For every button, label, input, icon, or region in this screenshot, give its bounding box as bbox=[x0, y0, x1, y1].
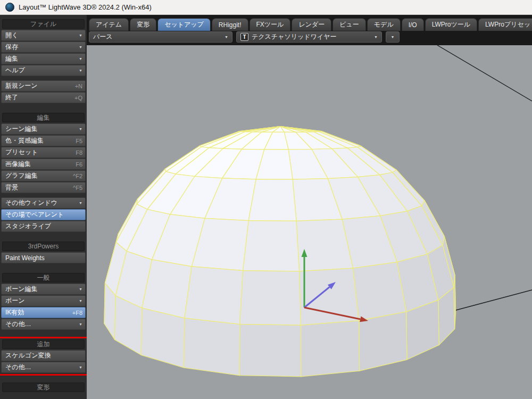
viewport-toolbar: パース ▼ T テクスチャソリッドワイヤー ▼ ▼ bbox=[87, 31, 532, 45]
menu-item-label: ボーン bbox=[5, 296, 77, 305]
tab[interactable]: モデル bbox=[367, 18, 401, 31]
chevron-down-icon: ▼ bbox=[79, 299, 82, 303]
chevron-down-icon: ▼ bbox=[79, 127, 82, 131]
view-mode-label: パース bbox=[93, 32, 113, 41]
sidebar-section: 一般ボーン編集▼ボーン▼IK有効+F8その他…▼ bbox=[1, 273, 86, 330]
shading-mode-select[interactable]: T テクスチャソリッドワイヤー ▼ bbox=[236, 31, 382, 43]
menu-item[interactable]: その他ウィンドウ▼ bbox=[1, 197, 86, 209]
shortcut-label: +N bbox=[75, 83, 82, 89]
menu-item-label: 新規シーン bbox=[5, 81, 73, 90]
menu-item-label: その他… bbox=[5, 320, 77, 329]
menu-item[interactable]: スケルゴン変換 bbox=[1, 350, 86, 361]
chevron-down-icon: ▼ bbox=[79, 45, 82, 49]
section-header: 3rdPowers bbox=[2, 242, 85, 251]
menu-item[interactable]: その場でペアレント bbox=[1, 209, 86, 220]
chevron-down-icon: ▼ bbox=[391, 35, 395, 39]
chevron-down-icon: ▼ bbox=[79, 365, 82, 369]
menu-item-label: その他… bbox=[5, 363, 77, 372]
sidebar-section: 3rdPowersPaint Weights bbox=[1, 242, 86, 263]
menu-item[interactable]: Paint Weights bbox=[1, 252, 86, 263]
menu-item-label: 保存 bbox=[5, 43, 77, 52]
shortcut-label: +Q bbox=[74, 95, 82, 101]
menu-item[interactable]: その他…▼ bbox=[1, 362, 86, 373]
shortcut-label: +F8 bbox=[72, 310, 82, 316]
menu-item[interactable]: 新規シーン+N bbox=[1, 80, 86, 92]
menu-item[interactable]: 色・質感編集F5 bbox=[1, 135, 86, 146]
section-header: 一般 bbox=[2, 273, 85, 282]
shortcut-label: ^F2 bbox=[73, 173, 82, 179]
menu-item[interactable]: 終了+Q bbox=[1, 92, 86, 103]
sidebar-section: 編集シーン編集▼色・質感編集F5プリセットF8画像編集F6グラフ編集^F2背景^… bbox=[1, 113, 86, 232]
menu-item[interactable]: 開く▼ bbox=[1, 30, 86, 41]
menu-item[interactable]: ヘルプ▼ bbox=[1, 65, 86, 76]
menu-item-label: ボーン編集 bbox=[5, 285, 77, 294]
shortcut-label: F8 bbox=[76, 149, 82, 156]
menu-item[interactable]: 編集▼ bbox=[1, 53, 86, 64]
main-area: ファイル開く▼保存▼編集▼ヘルプ▼新規シーン+N終了+Q編集シーン編集▼色・質感… bbox=[0, 15, 532, 399]
tab[interactable]: レンダー bbox=[292, 18, 331, 31]
view-mode-select[interactable]: パース ▼ bbox=[89, 31, 232, 43]
tab[interactable]: LWProツール bbox=[425, 18, 477, 31]
shortcut-label: F6 bbox=[76, 161, 82, 168]
section-header: 変形 bbox=[2, 383, 85, 392]
tab[interactable]: 変形 bbox=[130, 18, 156, 31]
section-header: 編集 bbox=[2, 113, 85, 122]
menu-item-label: Paint Weights bbox=[5, 254, 82, 262]
menu-item[interactable]: 画像編集F6 bbox=[1, 159, 86, 170]
chevron-down-icon: ▼ bbox=[79, 322, 82, 326]
menu-item[interactable]: スタジオライブ bbox=[1, 221, 86, 232]
menu-item-label: IK有効 bbox=[5, 308, 70, 317]
menu-item-label: その場でペアレント bbox=[5, 210, 82, 219]
window-title: Layout™ LightWave 3D® 2024.2 (Win-x64) bbox=[19, 3, 152, 11]
menu-item-label: ヘルプ bbox=[5, 66, 77, 75]
menu-item[interactable]: グラフ編集^F2 bbox=[1, 170, 86, 181]
menu-item[interactable]: 背景^F5 bbox=[1, 182, 86, 193]
tab[interactable]: RHiggit! bbox=[212, 18, 248, 31]
chevron-down-icon: ▼ bbox=[225, 35, 228, 39]
tab[interactable]: アイテム bbox=[89, 18, 129, 31]
menu-item-label: スケルゴン変換 bbox=[5, 351, 82, 360]
menu-item[interactable]: その他…▼ bbox=[1, 319, 86, 330]
chevron-down-icon: ▼ bbox=[79, 201, 82, 205]
menu-item-label: 開く bbox=[5, 31, 77, 40]
viewport-options-select[interactable]: ▼ bbox=[386, 31, 400, 43]
menu-item-label: 終了 bbox=[5, 93, 72, 102]
menu-item[interactable]: ボーン▼ bbox=[1, 295, 86, 306]
shading-mode-label: テクスチャソリッドワイヤー bbox=[252, 32, 336, 41]
content-column: アイテム変形セットアップRHiggit!FXツールレンダービューモデルI/OLW… bbox=[87, 15, 532, 399]
menu-item-label: スタジオライブ bbox=[5, 222, 82, 231]
tab[interactable]: セットアップ bbox=[157, 18, 211, 31]
shortcut-label: F5 bbox=[76, 138, 82, 144]
section-header: ファイル bbox=[2, 19, 85, 29]
app-window: Layout™ LightWave 3D® 2024.2 (Win-x64) フ… bbox=[0, 0, 532, 399]
viewport[interactable] bbox=[87, 45, 532, 399]
tab[interactable]: LWProプリセット bbox=[478, 18, 532, 31]
title-bar: Layout™ LightWave 3D® 2024.2 (Win-x64) bbox=[0, 0, 532, 15]
viewport-canvas bbox=[87, 45, 532, 399]
shortcut-label: ^F5 bbox=[73, 185, 82, 191]
menu-item[interactable]: プリセットF8 bbox=[1, 147, 86, 158]
chevron-down-icon: ▼ bbox=[79, 69, 82, 72]
sidebar-section: 追加スケルゴン変換その他…▼ bbox=[1, 339, 86, 373]
chevron-down-icon: ▼ bbox=[374, 35, 378, 39]
tab[interactable]: FXツール bbox=[250, 18, 291, 31]
menu-item-label: 色・質感編集 bbox=[5, 136, 73, 145]
tab-bar: アイテム変形セットアップRHiggit!FXツールレンダービューモデルI/OLW… bbox=[87, 15, 532, 31]
menu-item[interactable]: シーン編集▼ bbox=[1, 123, 86, 135]
menu-item[interactable]: IK有効+F8 bbox=[1, 307, 86, 318]
tab[interactable]: I/O bbox=[402, 18, 424, 31]
chevron-down-icon: ▼ bbox=[79, 34, 82, 37]
menu-item[interactable]: ボーン編集▼ bbox=[1, 284, 86, 295]
app-icon bbox=[5, 3, 14, 12]
texture-icon: T bbox=[240, 33, 248, 41]
menu-item-label: グラフ編集 bbox=[5, 171, 71, 180]
menu-item-label: 背景 bbox=[5, 183, 71, 192]
menu-item-label: プリセット bbox=[5, 148, 73, 157]
sidebar-section: 変形 bbox=[1, 383, 86, 392]
menu-item[interactable]: 保存▼ bbox=[1, 41, 86, 53]
menu-item-label: その他ウィンドウ bbox=[5, 198, 77, 207]
section-header: 追加 bbox=[2, 339, 85, 349]
sidebar: ファイル開く▼保存▼編集▼ヘルプ▼新規シーン+N終了+Q編集シーン編集▼色・質感… bbox=[0, 15, 87, 399]
tab[interactable]: ビュー bbox=[332, 18, 366, 31]
menu-item-label: 画像編集 bbox=[5, 160, 73, 169]
